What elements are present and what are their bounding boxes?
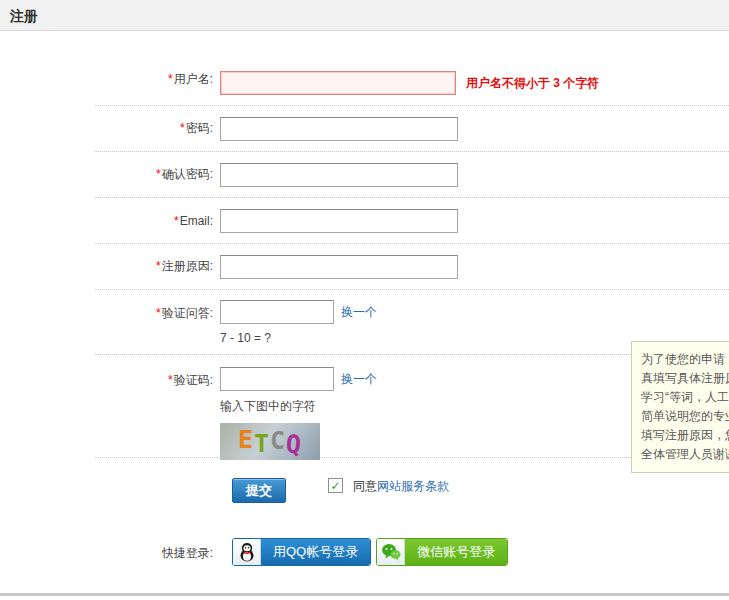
notice-line: 填写注册原因，您 — [641, 426, 729, 445]
username-error-message: 用户名不得小于 3 个字符 — [466, 75, 599, 92]
username-row: *用户名: 用户名不得小于 3 个字符 — [95, 31, 729, 106]
quick-login-label: 快捷登录: — [95, 538, 220, 562]
change-captcha-link[interactable]: 换一个 — [341, 371, 377, 388]
captcha-image[interactable]: E T C Q — [220, 423, 320, 460]
captcha-letter: T — [254, 431, 270, 456]
required-asterisk: * — [168, 72, 173, 86]
password-label: *密码: — [95, 120, 220, 137]
captcha-label: *验证码: — [95, 367, 220, 389]
bottom-divider — [0, 593, 729, 596]
username-label: *用户名: — [95, 71, 220, 88]
required-asterisk: * — [180, 121, 185, 135]
confirm-password-label: *确认密码: — [95, 166, 220, 183]
change-question-link[interactable]: 换一个 — [341, 304, 377, 321]
qq-icon — [233, 539, 261, 565]
qq-login-label: 用QQ帐号登录 — [261, 539, 370, 565]
submit-button[interactable]: 提交 — [232, 478, 286, 503]
required-asterisk: * — [156, 259, 161, 273]
required-asterisk: * — [174, 214, 179, 228]
email-input[interactable] — [220, 209, 458, 233]
captcha-letter: E — [238, 427, 254, 452]
page-header: 注册 — [0, 0, 729, 31]
notice-line: 简单说明您的专业 — [641, 407, 729, 426]
security-answer-input[interactable] — [220, 300, 334, 324]
wechat-icon — [377, 539, 405, 565]
confirm-password-input[interactable] — [220, 163, 458, 187]
captcha-letter: C — [270, 428, 286, 453]
submit-row: 提交 ✓ 同意网站服务条款 — [68, 458, 729, 530]
captcha-input[interactable] — [220, 367, 334, 391]
registration-notice-tooltip: 为了使您的申请 真填写具体注册原因 学习“等词，人工 简单说明您的专业 填写注册… — [631, 341, 729, 473]
password-row: *密码: — [95, 106, 729, 152]
agree-text: 同意网站服务条款 — [353, 478, 449, 495]
terms-link[interactable]: 网站服务条款 — [377, 479, 449, 493]
required-asterisk: * — [168, 373, 173, 387]
quick-login-row: 快捷登录: 用QQ帐号登录 — [95, 530, 729, 594]
email-label: *Email: — [95, 214, 220, 228]
notice-line: 学习“等词，人工 — [641, 388, 729, 407]
confirm-password-row: *确认密码: — [95, 152, 729, 198]
reason-row: *注册原因: — [95, 244, 729, 290]
security-question-label: *验证问答: — [95, 300, 220, 322]
wechat-login-label: 微信账号登录 — [405, 539, 507, 565]
agree-checkbox[interactable]: ✓ — [328, 478, 343, 493]
reason-input[interactable] — [220, 255, 458, 279]
required-asterisk: * — [156, 167, 161, 181]
notice-line: 为了使您的申请 — [641, 350, 729, 369]
required-asterisk: * — [156, 306, 161, 320]
reason-label: *注册原因: — [95, 258, 220, 275]
email-row: *Email: — [95, 198, 729, 244]
password-input[interactable] — [220, 117, 458, 141]
page-title: 注册 — [0, 0, 729, 26]
notice-line: 全体管理人员谢谢 — [641, 445, 729, 464]
qq-login-button[interactable]: 用QQ帐号登录 — [232, 538, 371, 566]
username-input[interactable] — [220, 71, 456, 95]
wechat-login-button[interactable]: 微信账号登录 — [376, 538, 508, 566]
notice-line: 真填写具体注册原因 — [641, 369, 729, 388]
captcha-letter: Q — [285, 432, 302, 458]
